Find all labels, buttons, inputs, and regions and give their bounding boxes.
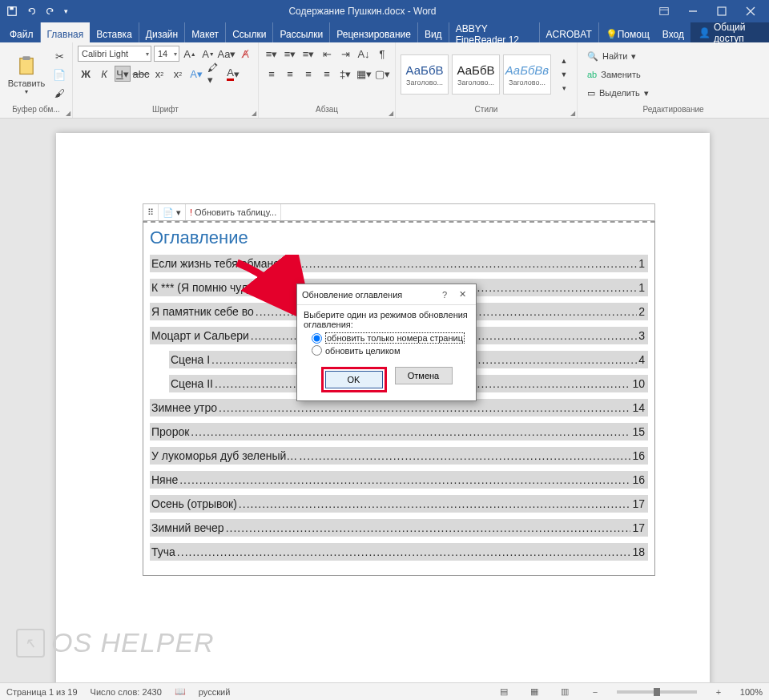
spellcheck-icon[interactable]: 📖 — [175, 686, 186, 697]
highlight-button[interactable]: 🖍▾ — [207, 66, 223, 82]
zoom-slider[interactable] — [617, 690, 697, 694]
document-page[interactable]: ⠿ 📄▾ !Обновить таблицу... Оглавление Есл… — [56, 133, 710, 682]
read-mode-icon[interactable]: ▤ — [495, 685, 513, 699]
toc-update-button[interactable]: !Обновить таблицу... — [186, 204, 281, 220]
replace-button[interactable]: abЗаменить — [587, 66, 649, 82]
align-left-button[interactable]: ≡ — [264, 66, 280, 82]
font-color-button[interactable]: A▾ — [225, 66, 241, 82]
clear-format-button[interactable]: A̸ — [237, 46, 253, 62]
maximize-icon[interactable] — [708, 2, 735, 20]
ok-button[interactable]: OK — [325, 371, 383, 388]
tab-file[interactable]: Файл — [3, 22, 41, 42]
cut-button[interactable]: ✂ — [51, 48, 67, 64]
justify-button[interactable]: ≡ — [319, 66, 335, 82]
font-name-select[interactable]: Calibri Light — [78, 46, 151, 62]
tab-mailings[interactable]: Рассылки — [273, 22, 330, 42]
ribbon-options-icon[interactable] — [650, 2, 678, 20]
status-language[interactable]: русский — [199, 687, 230, 697]
tab-help[interactable]: 💡 Помощ — [599, 22, 656, 42]
zoom-level[interactable]: 100% — [740, 687, 763, 697]
shading-button[interactable]: ▦▾ — [356, 66, 372, 82]
style-heading2[interactable]: АаБбВЗаголово... — [452, 54, 500, 95]
web-layout-icon[interactable]: ▥ — [556, 685, 574, 699]
style-heading1[interactable]: АаБбВЗаголово... — [401, 54, 449, 95]
paste-button[interactable]: Вставить ▾ — [5, 48, 48, 101]
close-icon[interactable] — [737, 2, 764, 20]
toc-row[interactable]: Няне ...................................… — [150, 471, 648, 489]
increase-indent-button[interactable]: ⇥ — [337, 46, 353, 62]
toc-item-text: Няне — [151, 473, 178, 486]
login-button[interactable]: Вход — [656, 22, 690, 42]
tab-view[interactable]: Вид — [418, 22, 449, 42]
superscript-button[interactable]: x2 — [170, 66, 186, 82]
align-right-button[interactable]: ≡ — [300, 66, 316, 82]
bold-button[interactable]: Ж — [78, 66, 94, 82]
copy-button[interactable]: 📄 — [51, 66, 67, 82]
toc-row[interactable]: У лукоморья дуб зеленый… ...............… — [150, 447, 648, 465]
radio-update-pages[interactable]: обновить только номера страниц — [312, 332, 469, 344]
tab-abbyy[interactable]: ABBYY FineReader 12 — [449, 22, 540, 42]
dialog-help-icon[interactable]: ? — [436, 290, 453, 300]
status-words[interactable]: Число слов: 2430 — [91, 687, 162, 697]
multilevel-button[interactable]: ≡▾ — [300, 46, 316, 62]
tab-design[interactable]: Дизайн — [139, 22, 185, 42]
toc-row[interactable]: Зимнее утро ............................… — [150, 399, 648, 416]
zoom-in-icon[interactable]: + — [710, 685, 727, 699]
shrink-font-button[interactable]: A▼ — [200, 46, 216, 62]
show-marks-button[interactable]: ¶ — [374, 46, 390, 62]
tab-references[interactable]: Ссылки — [226, 22, 273, 42]
cancel-button[interactable]: Отмена — [395, 367, 453, 384]
radio-update-all-input[interactable] — [312, 345, 322, 356]
radio-update-pages-input[interactable] — [312, 333, 322, 344]
tab-home[interactable]: Главная — [41, 22, 91, 42]
line-spacing-button[interactable]: ‡▾ — [337, 66, 353, 82]
undo-icon[interactable] — [26, 6, 37, 17]
paragraph-launcher-icon[interactable]: ◢ — [389, 110, 393, 117]
redo-icon[interactable] — [45, 6, 56, 17]
styles-launcher-icon[interactable]: ◢ — [570, 110, 575, 117]
toc-row[interactable]: Туча ...................................… — [150, 543, 648, 561]
decrease-indent-button[interactable]: ⇤ — [319, 46, 335, 62]
strike-button[interactable]: abc — [133, 66, 149, 82]
grow-font-button[interactable]: A▲ — [182, 46, 198, 62]
print-layout-icon[interactable]: ▦ — [525, 685, 543, 699]
italic-button[interactable]: К — [96, 66, 112, 82]
font-size-select[interactable]: 14 — [154, 46, 179, 62]
toc-row[interactable]: Пророк .................................… — [150, 423, 648, 441]
toc-doc-button[interactable]: 📄▾ — [159, 204, 186, 220]
styles-more-icon[interactable]: ▾ — [556, 82, 572, 95]
toc-row[interactable]: Если жизнь тебя обманет… ...............… — [150, 255, 648, 272]
dialog-close-icon[interactable]: ✕ — [453, 289, 471, 300]
tab-acrobat[interactable]: ACROBAT — [540, 22, 599, 42]
format-painter-button[interactable]: 🖌 — [51, 85, 67, 101]
share-button[interactable]: 👤 Общий доступ — [690, 22, 769, 42]
radio-update-all[interactable]: обновить целиком — [312, 345, 469, 356]
find-button[interactable]: 🔍Найти ▾ — [587, 48, 649, 64]
styles-down-icon[interactable]: ▼ — [556, 68, 572, 81]
borders-button[interactable]: ▢▾ — [374, 66, 390, 82]
toc-menu-button[interactable]: ⠿ — [143, 204, 159, 220]
save-icon[interactable] — [6, 6, 18, 17]
style-heading3[interactable]: АаБбВвЗаголово... — [503, 54, 551, 95]
change-case-button[interactable]: Aa▾ — [219, 46, 235, 62]
underline-button[interactable]: Ч▾ — [115, 66, 131, 82]
tab-layout[interactable]: Макет — [185, 22, 226, 42]
styles-up-icon[interactable]: ▲ — [556, 54, 572, 67]
tab-insert[interactable]: Вставка — [90, 22, 139, 42]
tab-review[interactable]: Рецензирование — [330, 22, 418, 42]
align-center-button[interactable]: ≡ — [282, 66, 298, 82]
select-button[interactable]: ▭Выделить ▾ — [587, 85, 649, 101]
toc-row[interactable]: Зимний вечер ...........................… — [150, 519, 648, 537]
minimize-icon[interactable] — [679, 2, 707, 20]
bullets-button[interactable]: ≡▾ — [264, 46, 280, 62]
numbering-button[interactable]: ≡▾ — [282, 46, 298, 62]
qat-more-icon[interactable]: ▾ — [64, 7, 68, 15]
zoom-out-icon[interactable]: − — [586, 685, 604, 699]
font-launcher-icon[interactable]: ◢ — [252, 110, 256, 117]
clipboard-launcher-icon[interactable]: ◢ — [66, 110, 70, 117]
text-effects-button[interactable]: A▾ — [188, 66, 204, 82]
status-page[interactable]: Страница 1 из 19 — [6, 687, 78, 697]
subscript-button[interactable]: x2 — [151, 66, 167, 82]
sort-button[interactable]: A↓ — [356, 46, 372, 62]
toc-row[interactable]: Осень (отрывок) ........................… — [150, 495, 648, 513]
